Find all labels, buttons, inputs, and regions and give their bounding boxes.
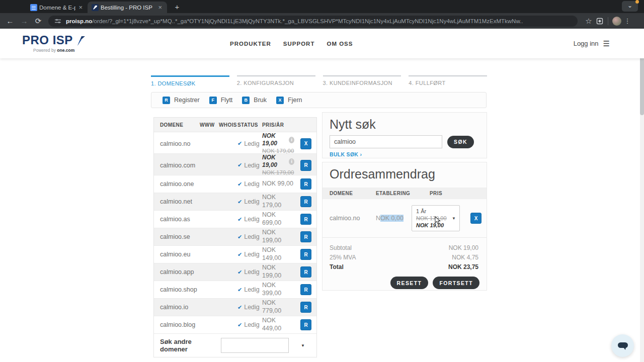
other-domain-input[interactable]	[221, 338, 289, 353]
row-action-button[interactable]: R	[300, 160, 311, 171]
row-action-button[interactable]: R	[300, 196, 311, 207]
step-domenesok[interactable]: 1. DOMENESØK	[151, 75, 229, 86]
chat-widget-button[interactable]	[611, 334, 634, 357]
price-cell: NOK 19,00i NOK 179,00	[262, 132, 294, 155]
badge-x: X	[276, 97, 284, 104]
price: NOK 179,00	[262, 194, 281, 209]
subtotal-value: NOK 19,00	[449, 244, 478, 251]
table-row: calmioo.no ✔Ledig NOK 19,00i NOK 179,00 …	[154, 132, 316, 154]
back-icon[interactable]: ←	[3, 17, 17, 25]
period-select[interactable]: 1 År NOK 179,00 NOK 19,00 ▼	[412, 205, 460, 231]
domain-name: calmioo.app	[160, 268, 200, 276]
row-action-button[interactable]: R	[300, 214, 311, 225]
close-icon[interactable]: ×	[77, 4, 84, 11]
row-action-button[interactable]: R	[300, 266, 311, 278]
hamburger-menu-icon[interactable]: ☰	[603, 39, 610, 48]
chevron-glyph: ⌄	[627, 2, 632, 9]
status-label: Ledig	[244, 162, 260, 169]
extensions-icon[interactable]	[596, 17, 604, 25]
profile-avatar[interactable]	[612, 17, 621, 26]
status-cell: ✔Ledig	[237, 251, 262, 258]
row-action-button[interactable]: R	[300, 319, 311, 330]
row-action-button[interactable]: R	[300, 178, 311, 190]
reset-button[interactable]: RESETT	[390, 277, 429, 289]
status-cell: ✔Ledig	[237, 304, 262, 311]
new-tab-button[interactable]: +	[172, 2, 182, 12]
caret-down-icon[interactable]: ▼	[301, 343, 305, 348]
status-label: Ledig	[244, 251, 260, 258]
search-button[interactable]: SØK	[447, 136, 474, 148]
site-settings-icon[interactable]	[54, 18, 61, 25]
vat-row: 25% MVANOK 4,75	[330, 252, 478, 262]
row-action-button[interactable]: R	[300, 249, 311, 260]
chevron-down-icon[interactable]: ⌄	[622, 1, 638, 12]
browser-tab-active[interactable]: Bestilling - PRO ISP ×	[88, 2, 167, 13]
nav-produkter[interactable]: PRODUKTER	[230, 41, 271, 47]
row-action-button[interactable]: X	[300, 138, 311, 149]
status-cell: ✔Ledig	[237, 233, 262, 240]
browser-tab-inactive[interactable]: Domene & E-post konto - Go ×	[26, 2, 88, 13]
price-cell: NOK 99,00	[262, 180, 294, 188]
info-icon[interactable]: i	[289, 137, 294, 143]
row-action-button[interactable]: R	[300, 284, 311, 295]
chat-bubble-icon	[617, 341, 629, 351]
continue-button[interactable]: FORTSETT	[433, 277, 479, 289]
price: NOK 199,00	[262, 229, 281, 244]
domain-name: calmioo.net	[160, 198, 200, 205]
table-row: calmioo.io ✔Ledig NOK 779,00 R	[154, 299, 316, 316]
url-text: proisp.no/order/?_gl=1*1j8vzve*_up*MQ..*…	[66, 18, 523, 24]
status-label: Ledig	[244, 180, 260, 188]
close-icon[interactable]: ×	[157, 4, 163, 11]
badge-f: F	[209, 97, 217, 104]
bulk-search-link[interactable]: BULK SØK ›	[330, 151, 362, 157]
check-icon: ✔	[237, 269, 242, 276]
remove-item-button[interactable]: X	[470, 213, 481, 224]
row-action-button[interactable]: R	[300, 231, 311, 242]
status-cell: ✔Ledig	[237, 321, 262, 328]
check-icon: ✔	[237, 181, 242, 188]
step-kundeinformasjon[interactable]: 3. KUNDEINFORMASJON	[323, 75, 401, 86]
price: NOK 399,00	[262, 282, 281, 297]
menu-kebab-icon[interactable]: ⋮	[621, 17, 633, 25]
login-link[interactable]: Logg inn	[574, 40, 599, 47]
status-label: Ledig	[244, 321, 260, 328]
proisp-logo[interactable]: PRO ISP Powered by one.com	[22, 34, 86, 53]
col-domene: DOMENE	[330, 191, 376, 196]
other-domains-label: Søk andre domener	[160, 338, 221, 353]
price-cell: NOK 19,00i NOK 179,00	[262, 154, 294, 177]
status-cell: ✔Ledig	[237, 162, 262, 169]
check-icon: ✔	[237, 251, 242, 258]
nav-support[interactable]: SUPPORT	[283, 41, 315, 47]
bookmark-star-icon[interactable]: ☆	[582, 17, 596, 26]
col-whois: WHOIS	[219, 122, 237, 128]
old-price: NOK 179,00	[262, 148, 294, 154]
forward-icon[interactable]: →	[17, 17, 31, 25]
total-row: TotalNOK 23,75	[330, 262, 478, 272]
domain-name: calmioo.com	[160, 162, 200, 169]
promo-price: NOK 19,00	[416, 222, 455, 228]
reload-icon[interactable]: ⟳	[31, 17, 45, 26]
price: NOK 699,00	[262, 211, 281, 226]
row-action-button[interactable]: R	[300, 302, 311, 313]
legend-fjern: XFjern	[276, 97, 302, 104]
url-bar[interactable]: proisp.no/order/?_gl=1*1j8vzve*_up*MQ..*…	[48, 16, 578, 27]
domain-name: calmioo.eu	[160, 251, 200, 258]
step-konfigurasjon[interactable]: 2. KONFIGURASJON	[237, 75, 315, 86]
period-label: 1 År	[416, 208, 455, 214]
legend-registrer: RRegistrer	[163, 97, 200, 104]
order-table-header: DOMENE ETABLERING PRIS	[323, 188, 487, 199]
domain-search-input[interactable]	[330, 135, 442, 148]
old-price: NOK 179,00	[262, 169, 294, 175]
vat-label: 25% MVA	[330, 254, 356, 261]
subtotal-label: Subtotal	[330, 244, 352, 251]
new-search-panel: Nytt søk SØK BULK SØK ›	[322, 112, 487, 158]
step-fullfort[interactable]: 4. FULLFØRT	[409, 75, 487, 86]
logo-tagline: Powered by one.com	[33, 48, 86, 53]
setup-prefix: N	[376, 215, 380, 222]
toolbar-divider	[608, 17, 608, 25]
nav-om-oss[interactable]: OM OSS	[327, 41, 353, 47]
info-icon[interactable]: i	[289, 158, 294, 165]
domain-results-table: DOMENE WWW WHOIS STATUS PRIS/ÅR calmioo.…	[153, 117, 317, 357]
legend-flytt: FFlytt	[209, 97, 233, 104]
price: NOK 779,00	[262, 299, 281, 314]
